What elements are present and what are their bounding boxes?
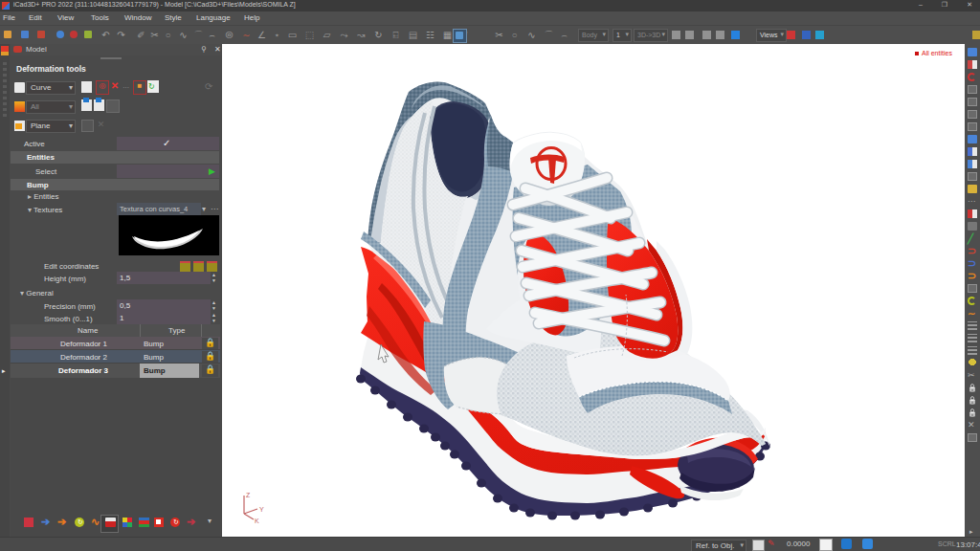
svg-text:K: K [255,518,259,524]
svg-text:Z: Z [246,492,251,498]
svg-text:Y: Y [259,506,264,513]
